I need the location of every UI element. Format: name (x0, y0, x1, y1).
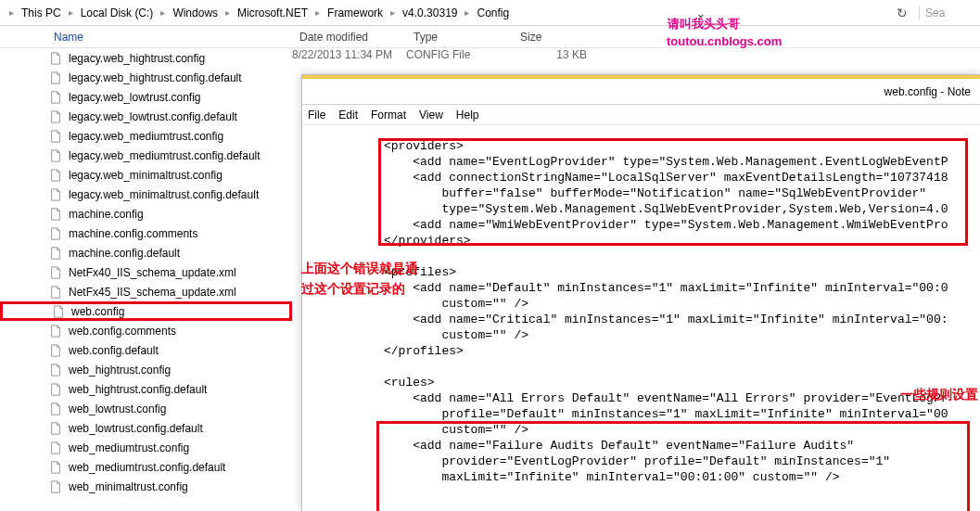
file-row[interactable]: legacy.web_mediumtrust.config (0, 126, 292, 146)
file-icon (48, 246, 63, 261)
chevron-right-icon: ▸ (160, 7, 165, 18)
file-name: web_hightrust.config.default (69, 383, 207, 396)
file-icon (48, 90, 63, 105)
crumb[interactable]: This PC (18, 5, 65, 21)
col-size[interactable]: Size (513, 31, 587, 44)
file-row[interactable]: web.config.comments (0, 321, 292, 340)
menu-file[interactable]: File (308, 109, 325, 121)
refresh-icon[interactable]: ↻ (889, 6, 915, 20)
breadcrumb-bar: ▸ This PC ▸ Local Disk (C:) ▸ Windows ▸ … (0, 0, 980, 26)
crumb[interactable]: v4.0.30319 (399, 5, 461, 21)
file-row[interactable]: machine.config.comments (0, 224, 292, 243)
file-row[interactable]: web.config.default (0, 340, 292, 360)
file-name: machine.config.comments (69, 227, 197, 240)
file-icon (48, 343, 63, 358)
chevron-right-icon: ▸ (315, 7, 320, 18)
file-name: web.config.default (69, 344, 159, 357)
file-row[interactable]: web_hightrust.config (0, 360, 292, 379)
file-icon (48, 109, 63, 124)
file-row[interactable]: web_lowtrust.config.default (0, 418, 292, 438)
chevron-right-icon: ▸ (225, 7, 230, 18)
crumb[interactable]: Config (473, 5, 513, 21)
file-name: machine.config (69, 208, 144, 221)
menu-view[interactable]: View (419, 109, 443, 121)
file-row[interactable]: web_lowtrust.config (0, 399, 292, 418)
file-icon (48, 51, 63, 66)
file-name: legacy.web_mediumtrust.config.default (69, 149, 261, 162)
search-input[interactable]: Sea (919, 6, 974, 19)
file-row[interactable]: legacy.web_minimaltrust.config.default (0, 185, 292, 204)
file-name: legacy.web_mediumtrust.config (69, 130, 223, 143)
file-name: legacy.web_minimaltrust.config.default (69, 188, 259, 201)
col-name[interactable]: Name (46, 31, 292, 44)
file-row[interactable]: web_hightrust.config.default (0, 379, 292, 399)
notepad-window: web.config - Note File Edit Format View … (301, 74, 980, 511)
file-icon (48, 168, 63, 183)
file-name: web_lowtrust.config (69, 402, 166, 415)
file-icon (48, 324, 63, 339)
file-icon (48, 363, 63, 377)
meta-date: 8/22/2013 11:34 PM (292, 48, 406, 68)
file-name: web_lowtrust.config.default (69, 422, 203, 435)
crumb[interactable]: Framework (324, 5, 387, 21)
file-name: NetFx40_IIS_schema_update.xml (69, 266, 236, 279)
file-row[interactable]: web.config (0, 301, 292, 321)
chevron-right-icon: ▸ (390, 7, 395, 18)
file-row[interactable]: NetFx45_IIS_schema_update.xml (0, 282, 292, 301)
file-icon (48, 207, 63, 222)
annotation-text-1a: 上面这个错误就是通 (301, 261, 418, 277)
file-name: machine.config.default (69, 247, 180, 260)
file-icon (48, 148, 63, 163)
crumb[interactable]: Microsoft.NET (234, 5, 312, 21)
menu-bar: File Edit Format View Help (302, 105, 980, 125)
chevron-right-icon: ▸ (465, 7, 469, 18)
file-row[interactable]: web_mediumtrust.config (0, 438, 292, 457)
annotation-text-2: 一些规则设置 (900, 387, 978, 403)
file-row[interactable]: machine.config (0, 204, 292, 224)
menu-help[interactable]: Help (456, 109, 479, 121)
file-name: web.config (71, 305, 124, 318)
column-headers: Name Date modified Type Size (0, 26, 980, 48)
window-title: web.config - Note (302, 79, 980, 105)
watermark-text: 请叫我头头哥 (668, 16, 740, 32)
file-name: web_mediumtrust.config (69, 441, 189, 454)
file-row[interactable]: legacy.web_lowtrust.config (0, 87, 292, 107)
file-icon (51, 304, 66, 319)
file-icon (48, 70, 63, 85)
file-name: legacy.web_hightrust.config.default (69, 71, 242, 84)
file-name: web_minimaltrust.config (69, 480, 188, 493)
watermark-url: toutou.cnblogs.com (667, 34, 782, 48)
file-name: web.config.comments (69, 325, 176, 338)
file-row[interactable]: legacy.web_mediumtrust.config.default (0, 146, 292, 165)
file-icon (48, 479, 63, 494)
file-icon (48, 129, 63, 144)
file-name: web_mediumtrust.config.default (69, 461, 225, 474)
file-name: NetFx45_IIS_schema_update.xml (69, 286, 236, 299)
file-row[interactable]: legacy.web_minimaltrust.config (0, 165, 292, 185)
notepad-content[interactable]: <providers> <add name="EventLogProvider"… (302, 125, 980, 492)
crumb[interactable]: Windows (169, 5, 222, 21)
chevron-right-icon: ▸ (9, 7, 14, 18)
menu-edit[interactable]: Edit (338, 109, 358, 121)
menu-format[interactable]: Format (371, 109, 406, 121)
file-icon (48, 382, 63, 397)
col-type[interactable]: Type (406, 31, 513, 44)
file-icon (48, 265, 63, 280)
file-row[interactable]: machine.config.default (0, 243, 292, 262)
file-icon (48, 460, 63, 475)
file-meta-row: 8/22/2013 11:34 PM CONFIG File 13 KB (292, 48, 980, 68)
right-pane: 8/22/2013 11:34 PM CONFIG File 13 KB 请叫我… (292, 48, 980, 511)
file-name: legacy.web_hightrust.config (69, 52, 205, 65)
file-row[interactable]: web_mediumtrust.config.default (0, 457, 292, 477)
file-icon (48, 441, 63, 455)
col-date[interactable]: Date modified (292, 31, 406, 44)
file-row[interactable]: web_minimaltrust.config (0, 477, 292, 496)
file-row[interactable]: NetFx40_IIS_schema_update.xml (0, 262, 292, 282)
file-row[interactable]: legacy.web_lowtrust.config.default (0, 107, 292, 126)
meta-type: CONFIG File (406, 48, 513, 68)
crumb[interactable]: Local Disk (C:) (77, 5, 158, 21)
meta-size: 13 KB (513, 48, 587, 68)
file-list: legacy.web_hightrust.configlegacy.web_hi… (0, 48, 292, 511)
file-row[interactable]: legacy.web_hightrust.config (0, 48, 292, 68)
file-row[interactable]: legacy.web_hightrust.config.default (0, 68, 292, 87)
